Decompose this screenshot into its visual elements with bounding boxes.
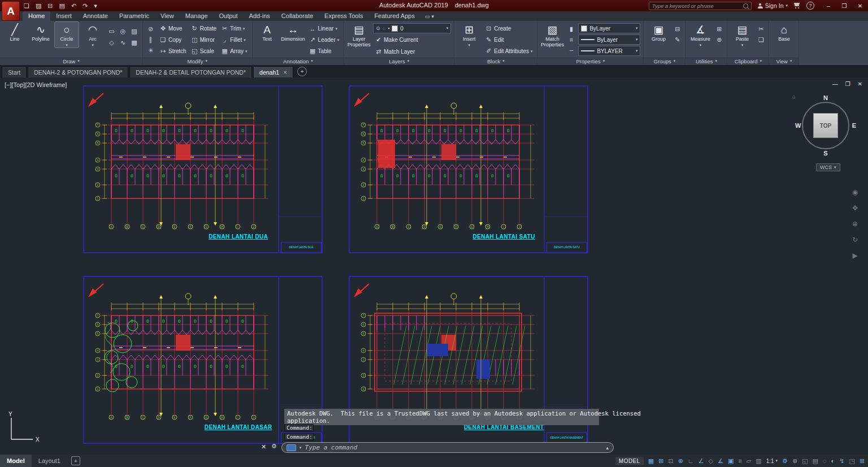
object-snap-icon[interactable]: ▣ — [728, 457, 734, 465]
insert-button[interactable]: ⊞Insert▾ — [457, 22, 481, 47]
create-block-button[interactable]: ⊡Create — [483, 23, 534, 34]
panel-footer-utilities[interactable]: Utilities▾ — [685, 57, 727, 65]
save-icon[interactable]: ⊟ — [47, 2, 53, 10]
rotate-button[interactable]: ↻Rotate — [189, 23, 218, 34]
file-tab-denah-2-potongan-pond[interactable]: DENAH-2 & POTONGAN POND* — [28, 66, 128, 77]
ribbon-tab-output[interactable]: Output — [214, 11, 244, 21]
ribbon-tab-insert[interactable]: Insert — [50, 11, 77, 21]
file-tab-denah1[interactable]: denah1✕ — [253, 66, 293, 77]
linear-button[interactable]: ↔Linear▾ — [307, 23, 341, 34]
offset-icon[interactable]: ∥ — [146, 35, 155, 44]
hatch-icon[interactable]: ▨ — [129, 27, 139, 36]
viewcube-south-label[interactable]: S — [823, 150, 827, 157]
mirror-button[interactable]: ◫Mirror — [189, 34, 218, 45]
panel-footer-draw[interactable]: Draw▾ — [0, 57, 142, 65]
command-input[interactable]: ▾ Type a command ▴ — [281, 442, 614, 453]
region-icon[interactable]: ▩ — [129, 38, 139, 47]
viewcube-home-icon[interactable]: ⌂ — [792, 93, 796, 100]
polyline-button[interactable]: ∿Polyline — [29, 22, 53, 42]
open-file-icon[interactable]: ▨ — [36, 2, 41, 10]
annotation-scale-button[interactable]: 1:1 ▾ — [766, 458, 778, 464]
group-edit-icon[interactable]: ✎ — [672, 35, 682, 44]
stretch-button[interactable]: ↦Stretch — [158, 46, 188, 57]
lineweight-dropdown[interactable]: ByLayer▾ — [578, 34, 640, 45]
panel-footer-groups[interactable]: Groups▾ — [644, 57, 685, 65]
viewcube-top-face[interactable]: TOP — [813, 113, 838, 138]
text-button[interactable]: AText — [255, 22, 279, 42]
app-store-cart-icon[interactable] — [794, 3, 800, 8]
spline-icon[interactable]: ∿ — [118, 38, 128, 47]
linetype-list-icon[interactable]: ┄ — [566, 46, 576, 55]
view-cube[interactable]: ⌂ TOP N S W E — [795, 94, 857, 157]
panel-footer-block[interactable]: Block▾ — [454, 57, 537, 65]
move-button[interactable]: ✥Move — [158, 23, 188, 34]
leader-button[interactable]: ↗Leader▾ — [307, 34, 341, 45]
graphics-performance-icon[interactable]: ↯ — [839, 457, 844, 465]
zoom-icon[interactable]: ⊕ — [852, 220, 858, 228]
ribbon-tab-view[interactable]: View — [155, 11, 180, 21]
color-swatch-icon[interactable]: ▮ — [566, 24, 576, 33]
ribbon-tab-express-tools[interactable]: Express Tools — [319, 11, 368, 21]
polygon-icon[interactable]: ◇ — [107, 38, 116, 47]
ribbon-display-toggle[interactable]: ▭▾ — [425, 14, 434, 21]
panel-footer-annotation[interactable]: Annotation▾ — [253, 57, 344, 65]
file-tab-start[interactable]: Start — [2, 66, 27, 77]
quick-calc-icon[interactable]: ⊞ — [714, 24, 724, 33]
linetype-dropdown[interactable]: BYLAYER▾ — [578, 46, 640, 56]
rectangle-icon[interactable]: ▭ — [107, 27, 116, 36]
command-customize-icon[interactable]: ⚙ — [271, 443, 277, 450]
make-current-button[interactable]: ✔Make Current — [373, 34, 451, 45]
ribbon-tab-parametric[interactable]: Parametric — [114, 11, 155, 21]
workspace-switching-icon[interactable]: ⚙ — [782, 457, 788, 465]
ribbon-tab-annotate[interactable]: Annotate — [77, 11, 114, 21]
layer-dropdown[interactable]: ⊙◌▪0▾ — [373, 23, 451, 33]
wcs-dropdown[interactable]: WCS ▾ — [816, 163, 840, 171]
annotation-monitor-icon[interactable]: ⊕ — [792, 457, 797, 465]
circle-flyout-icon[interactable]: ▾ — [66, 43, 68, 47]
restore-button[interactable]: ❐ — [836, 0, 852, 11]
orbit-icon[interactable]: ↻ — [852, 236, 858, 244]
selection-cycling-icon[interactable]: ▥ — [756, 457, 761, 465]
ungroup-icon[interactable]: ⊟ — [672, 24, 682, 33]
table-button[interactable]: ▦Table — [307, 46, 341, 57]
model-tab[interactable]: Model — [0, 455, 32, 467]
sign-in-button[interactable]: Sign In ▾ — [758, 2, 788, 9]
match-layer-button[interactable]: ⇄Match Layer — [373, 46, 451, 57]
paste-button[interactable]: ▤Paste▾ — [730, 22, 754, 47]
array-button[interactable]: ▦Array▾ — [219, 46, 249, 57]
dynamic-input-icon[interactable]: ⊕ — [678, 457, 683, 465]
transparency-icon[interactable]: ▱ — [747, 457, 751, 465]
panel-footer-clipboard[interactable]: Clipboard▾ — [727, 57, 769, 65]
command-options-caret-icon[interactable]: ▾ — [300, 446, 302, 450]
minimize-button[interactable]: – — [821, 0, 836, 11]
viewport-close-icon[interactable]: ✕ — [858, 81, 862, 87]
model-space-button[interactable]: MODEL — [615, 457, 644, 465]
layer-properties-button[interactable]: ▤Layer Properties — [347, 22, 371, 47]
help-icon[interactable]: ? — [806, 2, 814, 10]
ribbon-tab-manage[interactable]: Manage — [180, 11, 214, 21]
id-point-icon[interactable]: ⊕ — [714, 35, 724, 44]
measure-button[interactable]: ∡Measure▾ — [688, 22, 712, 47]
ellipse-icon[interactable]: ◎ — [118, 27, 128, 36]
circle-button[interactable]: ○Circle▾ — [55, 22, 79, 47]
polar-tracking-icon[interactable]: ∠ — [698, 457, 704, 465]
isodraft-icon[interactable]: ◇ — [709, 457, 713, 465]
viewcube-north-label[interactable]: N — [823, 94, 828, 101]
snap-mode-icon[interactable]: ⊞ — [658, 457, 663, 465]
group-button[interactable]: ▣Group — [646, 22, 670, 42]
layer-dropdown-caret-icon[interactable]: ▾ — [446, 26, 449, 31]
file-tab-denah-2-detail-potongan-pond[interactable]: DENAH-2 & DETAIL POTONGAN POND* — [129, 66, 252, 77]
copy-clip-icon[interactable]: ❏ — [756, 35, 766, 44]
undo-icon[interactable]: ↶ — [71, 2, 76, 10]
ortho-mode-icon[interactable]: ∟ — [688, 457, 694, 464]
ribbon-tab-add-ins[interactable]: Add-ins — [244, 11, 276, 21]
ribbon-tab-home[interactable]: Home — [23, 11, 50, 21]
new-tab-button[interactable]: + — [297, 67, 307, 76]
edit-block-button[interactable]: ✎Edit — [483, 34, 534, 45]
dimension-button[interactable]: ↔Dimension — [281, 22, 305, 42]
panel-footer-properties[interactable]: Properties▾ — [537, 57, 643, 65]
edit-attributes-button[interactable]: ✐Edit Attributes▾ — [483, 46, 534, 57]
close-tab-icon[interactable]: ✕ — [283, 70, 287, 75]
copy-button[interactable]: ❏Copy — [158, 34, 188, 45]
drawing-canvas[interactable]: [−][Top][2D Wireframe] —❐✕ 7654321ABCDEF… — [0, 77, 868, 455]
